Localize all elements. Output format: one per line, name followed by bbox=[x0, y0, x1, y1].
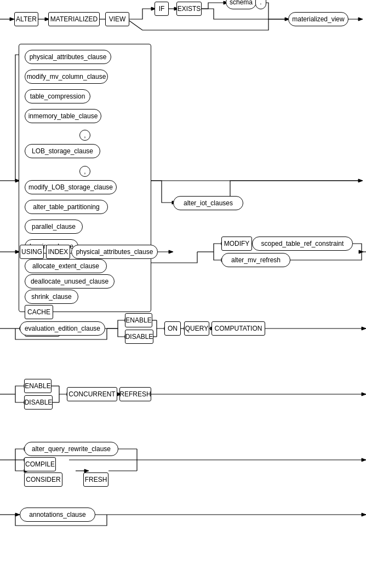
index-label: INDEX bbox=[48, 248, 68, 256]
alter-label: ALTER bbox=[16, 15, 37, 23]
shrink-clause-label: shrink_clause bbox=[31, 293, 71, 301]
svg-marker-19 bbox=[358, 179, 363, 182]
annotations-clause-node: annotations_clause bbox=[20, 508, 95, 522]
comma1-label: , bbox=[84, 131, 85, 139]
compile-node: COMPILE bbox=[24, 457, 56, 471]
physical-attrs2-label: physical_attributes_clause bbox=[76, 248, 153, 256]
index-node: INDEX bbox=[46, 245, 70, 259]
svg-marker-14 bbox=[358, 18, 363, 21]
consider-label: CONSIDER bbox=[26, 476, 60, 483]
on-node: ON bbox=[164, 321, 181, 336]
disable1-node: DISABLE bbox=[125, 330, 153, 344]
refresh-node: REFRESH bbox=[119, 387, 151, 401]
deallocate-unused-node: deallocate_unused_clause bbox=[25, 274, 115, 289]
schema-node: schema bbox=[226, 0, 256, 9]
modify-lob-label: modify_LOB_storage_clause bbox=[28, 183, 113, 191]
comma1-node: , bbox=[79, 130, 90, 141]
enable1-node: ENABLE bbox=[125, 313, 152, 327]
alter-table-part-node: alter_table_partitioning bbox=[25, 200, 108, 214]
shrink-clause-node: shrink_clause bbox=[25, 290, 78, 304]
if-label: IF bbox=[159, 5, 165, 13]
physical-attrs-node: physical_attributes_clause bbox=[25, 50, 111, 64]
alter-query-rewrite-node: alter_query_rewrite_clause bbox=[24, 442, 118, 456]
compile-label: COMPILE bbox=[25, 460, 55, 468]
concurrent-label: CONCURRENT bbox=[68, 390, 115, 398]
comma2-node: , bbox=[79, 166, 90, 177]
using-node: USING bbox=[20, 245, 44, 259]
disable1-label: DISABLE bbox=[125, 333, 153, 341]
fresh-node: FRESH bbox=[83, 472, 108, 487]
dot-label: . bbox=[260, 0, 261, 6]
materialized-node: MATERIALIZED bbox=[48, 12, 100, 26]
disable2-node: DISABLE bbox=[24, 395, 53, 410]
scoped-table-ref-label: scoped_table_ref_constraint bbox=[261, 240, 344, 247]
lob-storage-label: LOB_storage_clause bbox=[32, 147, 93, 155]
physical-attrs-label: physical_attributes_clause bbox=[30, 53, 107, 61]
comma2-label: , bbox=[84, 168, 85, 175]
annotations-clause-label: annotations_clause bbox=[29, 511, 85, 518]
enable2-label: ENABLE bbox=[25, 382, 50, 390]
modify-node: MODIFY bbox=[221, 237, 252, 251]
diagram: ALTER MATERIALIZED VIEW IF EXISTS schema… bbox=[0, 0, 366, 588]
scoped-table-ref-node: scoped_table_ref_constraint bbox=[252, 237, 353, 251]
alter-iot-node: alter_iot_clauses bbox=[173, 196, 243, 210]
table-compression-label: table_compression bbox=[30, 93, 85, 100]
svg-marker-36 bbox=[359, 250, 363, 253]
computation-label: COMPUTATION bbox=[215, 325, 262, 332]
materialized-label: MATERIALIZED bbox=[50, 15, 98, 23]
svg-marker-50 bbox=[362, 327, 366, 330]
exists-label: EXISTS bbox=[178, 5, 201, 13]
schema-label: schema bbox=[230, 0, 253, 6]
inmemory-table-node: inmemory_table_clause bbox=[25, 109, 101, 123]
enable1-label: ENABLE bbox=[125, 316, 151, 324]
refresh-label: REFRESH bbox=[119, 390, 151, 398]
computation-node: COMPUTATION bbox=[211, 321, 265, 336]
if-node: IF bbox=[155, 2, 169, 16]
on-label: ON bbox=[168, 325, 178, 332]
alter-table-part-label: alter_table_partitioning bbox=[33, 203, 99, 211]
view-node: VIEW bbox=[105, 12, 129, 26]
svg-marker-1 bbox=[10, 18, 14, 21]
alter-mv-refresh-node: alter_mv_refresh bbox=[221, 253, 290, 267]
table-compression-node: table_compression bbox=[25, 89, 90, 103]
allocate-extent-node: allocate_extent_clause bbox=[25, 259, 107, 273]
allocate-extent-label: allocate_extent_clause bbox=[32, 262, 99, 270]
materialized-view-node: materialized_view bbox=[288, 12, 348, 26]
parallel-clause-label: parallel_clause bbox=[32, 223, 76, 230]
alter-iot-label: alter_iot_clauses bbox=[184, 199, 233, 207]
view-label: VIEW bbox=[109, 15, 126, 23]
eval-edition-node: evaluation_edition_clause bbox=[20, 321, 105, 336]
svg-marker-71 bbox=[362, 458, 366, 462]
svg-marker-73 bbox=[15, 513, 20, 516]
alter-mv-refresh-label: alter_mv_refresh bbox=[231, 256, 281, 264]
modify-lob-node: modify_LOB_storage_clause bbox=[25, 180, 117, 194]
consider-node: CONSIDER bbox=[24, 472, 62, 487]
materialized-view-label: materialized_view bbox=[292, 15, 344, 23]
lob-storage-node: LOB_storage_clause bbox=[25, 144, 100, 158]
cache-node: CACHE bbox=[25, 305, 53, 319]
disable2-label: DISABLE bbox=[25, 399, 53, 406]
cache-label: CACHE bbox=[27, 308, 50, 316]
physical-attrs2-node: physical_attributes_clause bbox=[71, 245, 158, 259]
modify-label: MODIFY bbox=[224, 240, 250, 247]
svg-marker-60 bbox=[362, 393, 366, 396]
svg-marker-27 bbox=[169, 250, 173, 253]
deallocate-unused-label: deallocate_unused_clause bbox=[31, 278, 108, 285]
fresh-label: FRESH bbox=[85, 476, 107, 483]
svg-marker-77 bbox=[362, 513, 366, 516]
enable2-node: ENABLE bbox=[24, 379, 52, 393]
inmemory-table-label: inmemory_table_clause bbox=[28, 112, 98, 120]
using-label: USING bbox=[21, 248, 42, 256]
query-node: QUERY bbox=[184, 321, 209, 336]
alter-query-rewrite-label: alter_query_rewrite_clause bbox=[32, 445, 111, 453]
clauses-box: physical_attributes_clause modify_mv_col… bbox=[19, 44, 151, 312]
parallel-clause-node: parallel_clause bbox=[25, 220, 83, 234]
exists-node: EXISTS bbox=[176, 2, 202, 16]
alter-node: ALTER bbox=[14, 12, 38, 26]
modify-mv-col-label: modify_mv_column_clause bbox=[27, 73, 106, 80]
dot-node: . bbox=[255, 0, 266, 9]
concurrent-node: CONCURRENT bbox=[67, 387, 117, 401]
modify-mv-col-node: modify_mv_column_clause bbox=[25, 70, 108, 84]
eval-edition-label: evaluation_edition_clause bbox=[25, 325, 100, 332]
query-label: QUERY bbox=[185, 325, 208, 332]
